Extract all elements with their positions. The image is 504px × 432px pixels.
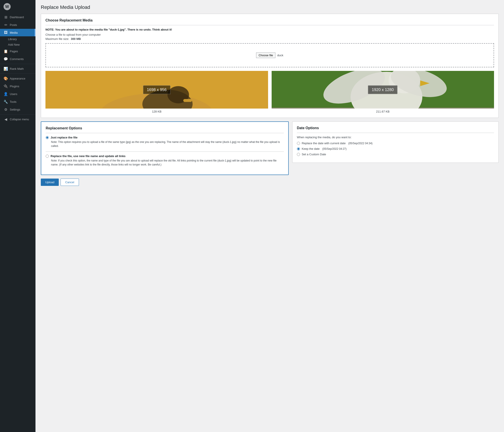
replacement-options-title: Replacement Options (46, 126, 284, 133)
sidebar-item-label: Plugins (10, 85, 19, 88)
collapse-icon: ◀ (4, 117, 8, 121)
max-size-value: 300 MB (71, 37, 81, 41)
instruction-text: Choose a file to upload from your comput… (45, 33, 494, 36)
option-replace-rename: Replace the file, use new file name and … (46, 155, 284, 167)
media-submenu: Library Add New (0, 36, 36, 47)
replace-note: NOTE: You are about to replace the media… (45, 28, 494, 31)
sidebar-item-pages[interactable]: 📋 Pages (0, 47, 36, 55)
sidebar-item-label: Rank Math (10, 67, 24, 70)
options-divider (46, 152, 284, 152)
sidebar-item-rankmath[interactable]: 📊 Rank Math (0, 65, 36, 73)
sidebar-item-posts[interactable]: ✏ Posts (0, 21, 36, 29)
date-option2-radio[interactable] (297, 147, 300, 150)
image-compare: 1698 x 956 128 KB (45, 71, 494, 113)
sidebar-subitem-add-new[interactable]: Add New (0, 42, 36, 47)
file-name-display: duck (277, 54, 283, 57)
sidebar-item-dashboard[interactable]: ⊞ Dashboard (0, 13, 36, 21)
date-option1-value: (05/Sep/2022 04:34) (348, 142, 372, 145)
date-prompt: When replacing the media, do you want to… (297, 136, 494, 139)
choose-file-button[interactable]: Choose file (256, 52, 275, 58)
tools-icon: 🔧 (4, 100, 8, 104)
upload-button[interactable]: Upload (41, 179, 59, 186)
action-buttons: Upload Cancel (41, 179, 499, 186)
sidebar: W ⊞ Dashboard ✏ Posts 🖼 Media Library Ad… (0, 0, 36, 432)
sidebar-item-collapse[interactable]: ◀ Collapse menu (0, 115, 36, 123)
sidebar-sep-3 (0, 114, 36, 114)
date-option3-radio[interactable] (297, 153, 300, 156)
date-options-title: Date Options (297, 126, 494, 133)
media-icon: 🖼 (4, 31, 8, 35)
collapse-label: Collapse menu (10, 118, 29, 121)
appearance-icon: 🎨 (4, 77, 8, 81)
rankmath-icon: 📊 (4, 67, 8, 71)
posts-icon: ✏ (4, 23, 8, 27)
date-option-keep[interactable]: Keep the date (05/Sep/2022 04:27) (297, 147, 494, 150)
file-input-row: Choose file duck (50, 52, 489, 58)
old-image-box: 1698 x 956 128 KB (45, 71, 268, 113)
comments-icon: 💬 (4, 57, 8, 61)
sidebar-item-tools[interactable]: 🔧 Tools (0, 98, 36, 106)
wp-logo: W (0, 0, 36, 13)
svg-rect-4 (183, 99, 192, 102)
main-content: Replace Media Upload Choose Replacement … (36, 0, 504, 432)
date-option-replace[interactable]: Replace the date with current date (05/S… (297, 142, 494, 145)
old-image-dims: 1698 x 956 (143, 86, 170, 94)
new-image-size: 211.67 KB (272, 110, 494, 113)
options-row: Replacement Options Just replace the fil… (41, 121, 499, 175)
dashboard-icon: ⊞ (4, 15, 8, 19)
sidebar-item-plugins[interactable]: 🔌 Plugins (0, 82, 36, 90)
sidebar-item-appearance[interactable]: 🎨 Appearance (0, 75, 36, 82)
option1-desc: Note: This option requires you to upload… (46, 140, 284, 148)
pages-icon: 📋 (4, 49, 8, 53)
new-image-box: 1920 x 1280 211.67 KB (272, 71, 494, 113)
sidebar-item-comments[interactable]: 💬 Comments (0, 55, 36, 63)
new-image: 1920 x 1280 (272, 71, 494, 109)
sidebar-item-label: Posts (10, 23, 17, 26)
option2-radio[interactable] (46, 155, 49, 158)
date-option-custom[interactable]: Set a Custom Date (297, 153, 494, 156)
date-options-card: Date Options When replacing the media, d… (292, 121, 499, 163)
plugins-icon: 🔌 (4, 84, 8, 88)
sidebar-item-label: Media (10, 31, 18, 34)
sidebar-item-label: Appearance (10, 77, 25, 80)
sidebar-item-label: Tools (10, 100, 16, 104)
sidebar-sep-2 (0, 74, 36, 74)
max-size-note: Maximum file size: 300 MB (45, 37, 494, 41)
old-image-size: 128 KB (45, 110, 268, 113)
settings-icon: ⚙ (4, 107, 8, 112)
wp-icon: W (4, 3, 11, 10)
old-image: 1698 x 956 (45, 71, 268, 109)
users-icon: 👤 (4, 92, 8, 96)
option1-radio[interactable] (46, 136, 49, 139)
choose-media-title: Choose Replacement Media (45, 18, 494, 25)
sidebar-item-label: Comments (10, 57, 24, 61)
sidebar-item-users[interactable]: 👤 Users (0, 90, 36, 98)
date-option2-value: (05/Sep/2022 04:27) (322, 147, 347, 150)
new-image-dims: 1920 x 1280 (368, 86, 397, 94)
date-options-col: Date Options When replacing the media, d… (292, 121, 499, 175)
sidebar-item-label: Pages (10, 50, 18, 53)
sidebar-item-media[interactable]: 🖼 Media (0, 29, 36, 36)
option2-label[interactable]: Replace the file, use new file name and … (46, 155, 284, 158)
sidebar-item-label: Users (10, 92, 17, 96)
option1-label[interactable]: Just replace the file (46, 136, 284, 139)
replacement-options-card: Replacement Options Just replace the fil… (41, 121, 289, 175)
sidebar-item-label: Dashboard (10, 16, 24, 19)
option-just-replace: Just replace the file Note: This option … (46, 136, 284, 148)
choose-media-card: Choose Replacement Media NOTE: You are a… (41, 14, 499, 118)
sidebar-sep-1 (0, 64, 36, 64)
cancel-button[interactable]: Cancel (61, 179, 79, 186)
option2-desc: Note: If you check this option, the name… (46, 159, 284, 167)
date-option1-radio[interactable] (297, 142, 300, 145)
drop-zone[interactable]: Choose file duck (45, 43, 494, 67)
sidebar-subitem-library[interactable]: Library (0, 36, 36, 42)
sidebar-item-label: Settings (10, 108, 20, 111)
page-title: Replace Media Upload (41, 4, 499, 10)
sidebar-item-settings[interactable]: ⚙ Settings (0, 106, 36, 113)
replacement-options-col: Replacement Options Just replace the fil… (41, 121, 289, 175)
